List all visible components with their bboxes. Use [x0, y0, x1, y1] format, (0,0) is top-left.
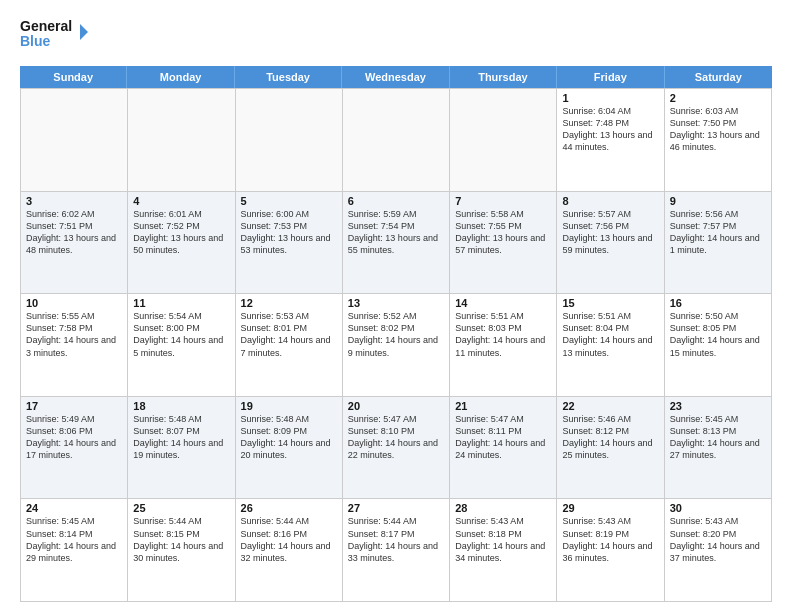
calendar-cell-19-3-2: 19Sunrise: 5:48 AMSunset: 8:09 PMDayligh…	[236, 397, 343, 500]
day-number: 18	[133, 400, 229, 412]
svg-text:Blue: Blue	[20, 33, 51, 49]
weekday-header-tuesday: Tuesday	[235, 66, 342, 88]
calendar-cell-7-1-4: 7Sunrise: 5:58 AMSunset: 7:55 PMDaylight…	[450, 192, 557, 295]
daylight-text: Daylight: 13 hours and 44 minutes.	[562, 129, 658, 153]
calendar-cell-30-4-6: 30Sunrise: 5:43 AMSunset: 8:20 PMDayligh…	[665, 499, 772, 602]
sunset-text: Sunset: 8:00 PM	[133, 322, 229, 334]
daylight-text: Daylight: 14 hours and 19 minutes.	[133, 437, 229, 461]
sunset-text: Sunset: 7:48 PM	[562, 117, 658, 129]
daylight-text: Daylight: 14 hours and 32 minutes.	[241, 540, 337, 564]
sunrise-text: Sunrise: 6:03 AM	[670, 105, 766, 117]
day-number: 28	[455, 502, 551, 514]
daylight-text: Daylight: 14 hours and 37 minutes.	[670, 540, 766, 564]
weekday-header-monday: Monday	[127, 66, 234, 88]
calendar-cell-15-2-5: 15Sunrise: 5:51 AMSunset: 8:04 PMDayligh…	[557, 294, 664, 397]
calendar: SundayMondayTuesdayWednesdayThursdayFrid…	[20, 66, 772, 602]
day-number: 22	[562, 400, 658, 412]
sunset-text: Sunset: 8:06 PM	[26, 425, 122, 437]
sunrise-text: Sunrise: 5:51 AM	[562, 310, 658, 322]
weekday-header-sunday: Sunday	[20, 66, 127, 88]
weekday-header-friday: Friday	[557, 66, 664, 88]
svg-text:General: General	[20, 18, 72, 34]
daylight-text: Daylight: 14 hours and 9 minutes.	[348, 334, 444, 358]
sunset-text: Sunset: 8:04 PM	[562, 322, 658, 334]
daylight-text: Daylight: 14 hours and 17 minutes.	[26, 437, 122, 461]
calendar-cell-17-3-0: 17Sunrise: 5:49 AMSunset: 8:06 PMDayligh…	[21, 397, 128, 500]
day-number: 24	[26, 502, 122, 514]
daylight-text: Daylight: 14 hours and 1 minute.	[670, 232, 766, 256]
sunrise-text: Sunrise: 5:46 AM	[562, 413, 658, 425]
sunset-text: Sunset: 8:11 PM	[455, 425, 551, 437]
sunset-text: Sunset: 8:13 PM	[670, 425, 766, 437]
sunset-text: Sunset: 8:01 PM	[241, 322, 337, 334]
calendar-cell-12-2-2: 12Sunrise: 5:53 AMSunset: 8:01 PMDayligh…	[236, 294, 343, 397]
day-number: 5	[241, 195, 337, 207]
sunrise-text: Sunrise: 5:47 AM	[455, 413, 551, 425]
calendar-cell-13-2-3: 13Sunrise: 5:52 AMSunset: 8:02 PMDayligh…	[343, 294, 450, 397]
sunrise-text: Sunrise: 6:00 AM	[241, 208, 337, 220]
calendar-row-3: 17Sunrise: 5:49 AMSunset: 8:06 PMDayligh…	[21, 397, 772, 500]
calendar-cell-20-3-3: 20Sunrise: 5:47 AMSunset: 8:10 PMDayligh…	[343, 397, 450, 500]
calendar-cell-5-1-2: 5Sunrise: 6:00 AMSunset: 7:53 PMDaylight…	[236, 192, 343, 295]
daylight-text: Daylight: 13 hours and 55 minutes.	[348, 232, 444, 256]
sunset-text: Sunset: 8:12 PM	[562, 425, 658, 437]
daylight-text: Daylight: 14 hours and 20 minutes.	[241, 437, 337, 461]
day-number: 11	[133, 297, 229, 309]
daylight-text: Daylight: 14 hours and 5 minutes.	[133, 334, 229, 358]
sunrise-text: Sunrise: 5:44 AM	[348, 515, 444, 527]
day-number: 23	[670, 400, 766, 412]
day-number: 15	[562, 297, 658, 309]
daylight-text: Daylight: 14 hours and 33 minutes.	[348, 540, 444, 564]
day-number: 7	[455, 195, 551, 207]
sunset-text: Sunset: 7:50 PM	[670, 117, 766, 129]
calendar-cell-3-1-0: 3Sunrise: 6:02 AMSunset: 7:51 PMDaylight…	[21, 192, 128, 295]
sunset-text: Sunset: 8:20 PM	[670, 528, 766, 540]
calendar-cell-26-4-2: 26Sunrise: 5:44 AMSunset: 8:16 PMDayligh…	[236, 499, 343, 602]
sunset-text: Sunset: 7:58 PM	[26, 322, 122, 334]
sunrise-text: Sunrise: 5:53 AM	[241, 310, 337, 322]
calendar-cell-21-3-4: 21Sunrise: 5:47 AMSunset: 8:11 PMDayligh…	[450, 397, 557, 500]
calendar-cell-14-2-4: 14Sunrise: 5:51 AMSunset: 8:03 PMDayligh…	[450, 294, 557, 397]
calendar-cell-16-2-6: 16Sunrise: 5:50 AMSunset: 8:05 PMDayligh…	[665, 294, 772, 397]
calendar-cell-empty-0-4	[450, 89, 557, 192]
sunset-text: Sunset: 7:57 PM	[670, 220, 766, 232]
sunrise-text: Sunrise: 5:48 AM	[133, 413, 229, 425]
sunset-text: Sunset: 8:18 PM	[455, 528, 551, 540]
day-number: 3	[26, 195, 122, 207]
svg-marker-2	[80, 24, 88, 40]
daylight-text: Daylight: 14 hours and 25 minutes.	[562, 437, 658, 461]
daylight-text: Daylight: 13 hours and 50 minutes.	[133, 232, 229, 256]
weekday-header-saturday: Saturday	[665, 66, 772, 88]
sunrise-text: Sunrise: 5:43 AM	[670, 515, 766, 527]
calendar-cell-23-3-6: 23Sunrise: 5:45 AMSunset: 8:13 PMDayligh…	[665, 397, 772, 500]
daylight-text: Daylight: 14 hours and 3 minutes.	[26, 334, 122, 358]
calendar-cell-8-1-5: 8Sunrise: 5:57 AMSunset: 7:56 PMDaylight…	[557, 192, 664, 295]
day-number: 25	[133, 502, 229, 514]
sunrise-text: Sunrise: 5:44 AM	[241, 515, 337, 527]
daylight-text: Daylight: 14 hours and 34 minutes.	[455, 540, 551, 564]
calendar-cell-6-1-3: 6Sunrise: 5:59 AMSunset: 7:54 PMDaylight…	[343, 192, 450, 295]
calendar-row-2: 10Sunrise: 5:55 AMSunset: 7:58 PMDayligh…	[21, 294, 772, 397]
sunrise-text: Sunrise: 5:44 AM	[133, 515, 229, 527]
daylight-text: Daylight: 13 hours and 46 minutes.	[670, 129, 766, 153]
sunset-text: Sunset: 7:55 PM	[455, 220, 551, 232]
day-number: 4	[133, 195, 229, 207]
day-number: 13	[348, 297, 444, 309]
sunrise-text: Sunrise: 6:04 AM	[562, 105, 658, 117]
daylight-text: Daylight: 14 hours and 24 minutes.	[455, 437, 551, 461]
day-number: 29	[562, 502, 658, 514]
daylight-text: Daylight: 13 hours and 48 minutes.	[26, 232, 122, 256]
day-number: 27	[348, 502, 444, 514]
calendar-cell-empty-0-0	[21, 89, 128, 192]
daylight-text: Daylight: 14 hours and 29 minutes.	[26, 540, 122, 564]
weekday-header-wednesday: Wednesday	[342, 66, 449, 88]
sunset-text: Sunset: 8:10 PM	[348, 425, 444, 437]
calendar-cell-empty-0-1	[128, 89, 235, 192]
sunrise-text: Sunrise: 5:43 AM	[562, 515, 658, 527]
calendar-cell-18-3-1: 18Sunrise: 5:48 AMSunset: 8:07 PMDayligh…	[128, 397, 235, 500]
sunset-text: Sunset: 8:05 PM	[670, 322, 766, 334]
daylight-text: Daylight: 14 hours and 22 minutes.	[348, 437, 444, 461]
sunrise-text: Sunrise: 5:58 AM	[455, 208, 551, 220]
daylight-text: Daylight: 13 hours and 57 minutes.	[455, 232, 551, 256]
sunset-text: Sunset: 7:53 PM	[241, 220, 337, 232]
